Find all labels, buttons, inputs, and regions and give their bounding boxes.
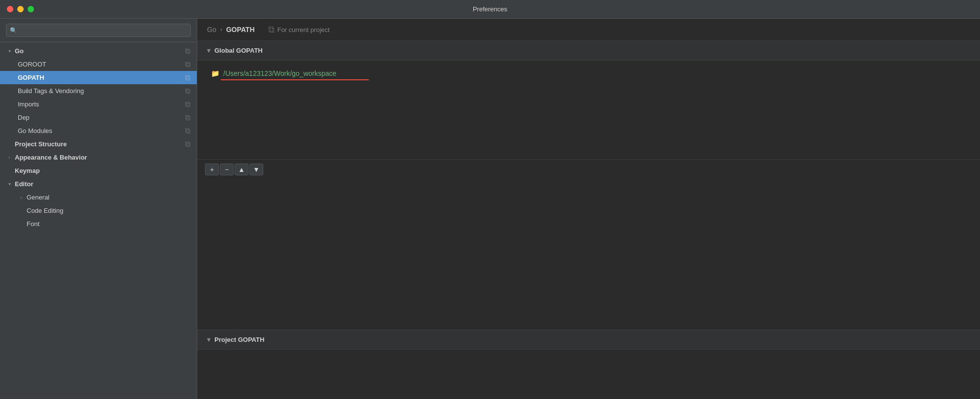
- window-controls: [7, 6, 34, 12]
- sidebar-item-code-editing[interactable]: › Code Editing: [0, 204, 197, 217]
- search-wrapper: 🔍: [6, 24, 191, 37]
- copy-icon: ⿻: [269, 26, 275, 33]
- chevron-right-icon: ›: [18, 194, 25, 201]
- copy-icon: ⿻: [185, 115, 191, 121]
- copy-icon: ⿻: [185, 101, 191, 107]
- move-up-button[interactable]: ▲: [235, 164, 248, 175]
- main-layout: 🔍 ▾ Go ⿻ GOROOT ⿻ GOPATH ⿻ B: [0, 19, 980, 399]
- error-underline: [221, 79, 369, 80]
- folder-icon: 📁: [211, 69, 219, 77]
- sidebar-item-label: GOPATH: [18, 74, 185, 81]
- sidebar: 🔍 ▾ Go ⿻ GOROOT ⿻ GOPATH ⿻ B: [0, 19, 197, 399]
- title-bar: Preferences: [0, 0, 980, 19]
- project-gopath-header: ▾ Project GOPATH: [197, 330, 980, 350]
- sidebar-item-goroot[interactable]: GOROOT ⿻: [0, 58, 197, 71]
- global-gopath-header: ▾ Global GOPATH: [197, 41, 980, 61]
- sidebar-item-dep[interactable]: Dep ⿻: [0, 111, 197, 124]
- copy-icon: ⿻: [185, 88, 191, 94]
- project-gopath-title: Project GOPATH: [214, 336, 264, 343]
- sidebar-item-label: Appearance & Behavior: [15, 154, 191, 161]
- sidebar-item-label: Go Modules: [18, 127, 185, 134]
- content-area: Go › GOPATH ⿻ For current project ▾ Glob…: [197, 19, 980, 399]
- add-button[interactable]: +: [205, 164, 219, 175]
- breadcrumb-parent: Go: [207, 26, 216, 33]
- minimize-button[interactable]: [17, 6, 24, 12]
- sidebar-item-label: GOROOT: [18, 61, 185, 68]
- sidebar-item-build-tags[interactable]: Build Tags & Vendoring ⿻: [0, 84, 197, 98]
- global-gopath-section: ▾ Global GOPATH 📁 /Users/a123123/Work/go…: [197, 41, 980, 330]
- sidebar-item-gopath[interactable]: GOPATH ⿻: [0, 71, 197, 84]
- maximize-button[interactable]: [28, 6, 34, 12]
- close-button[interactable]: [7, 6, 13, 12]
- search-bar: 🔍: [0, 19, 197, 42]
- breadcrumb-current: GOPATH: [226, 26, 255, 33]
- sidebar-nav: ▾ Go ⿻ GOROOT ⿻ GOPATH ⿻ Build Tags & Ve…: [0, 42, 197, 399]
- sidebar-item-go[interactable]: ▾ Go ⿻: [0, 44, 197, 58]
- sidebar-item-general[interactable]: › General: [0, 191, 197, 204]
- sidebar-item-label: Font: [27, 220, 191, 228]
- chevron-down-icon: ▾: [6, 181, 13, 188]
- chevron-down-icon: ▾: [207, 47, 210, 54]
- global-gopath-content: 📁 /Users/a123123/Work/go_workspace: [197, 61, 980, 159]
- toolbar: + − ▲ ▼: [197, 159, 980, 179]
- chevron-right-icon: ›: [6, 154, 13, 161]
- sidebar-item-label: Keymap: [15, 167, 191, 174]
- sidebar-item-keymap[interactable]: › Keymap: [0, 164, 197, 177]
- breadcrumb-separator: ›: [220, 26, 222, 33]
- sidebar-item-label: Imports: [18, 100, 185, 108]
- remove-button[interactable]: −: [220, 164, 234, 175]
- for-current-project-label: For current project: [278, 26, 330, 33]
- sidebar-item-editor[interactable]: ▾ Editor: [0, 177, 197, 191]
- sidebar-item-appearance-behavior[interactable]: › Appearance & Behavior: [0, 151, 197, 164]
- sidebar-item-font[interactable]: › Font: [0, 217, 197, 231]
- sidebar-item-label: Editor: [15, 180, 191, 188]
- breadcrumb: Go › GOPATH ⿻ For current project: [197, 19, 980, 41]
- for-current-project[interactable]: ⿻ For current project: [269, 26, 330, 33]
- sidebar-item-label: Build Tags & Vendoring: [18, 87, 185, 95]
- sidebar-item-label: Code Editing: [27, 207, 191, 214]
- chevron-down-icon: ▾: [6, 48, 13, 55]
- copy-icon: ⿻: [185, 48, 191, 54]
- sidebar-item-label: General: [27, 194, 191, 201]
- sidebar-item-label: Project Structure: [15, 140, 185, 148]
- search-icon: 🔍: [10, 27, 17, 34]
- sidebar-item-label: Go: [15, 47, 185, 55]
- sidebar-item-project-structure[interactable]: ▾ Project Structure ⿻: [0, 137, 197, 151]
- chevron-down-icon: ▾: [207, 336, 210, 343]
- copy-icon: ⿻: [185, 128, 191, 134]
- sidebar-item-label: Dep: [18, 114, 185, 121]
- project-gopath-section: ▾ Project GOPATH: [197, 330, 980, 399]
- gopath-path: /Users/a123123/Work/go_workspace: [223, 69, 336, 77]
- window-title: Preferences: [473, 5, 507, 13]
- copy-icon: ⿻: [185, 75, 191, 81]
- project-gopath-content: [197, 350, 980, 399]
- copy-icon: ⿻: [185, 62, 191, 67]
- sidebar-item-go-modules[interactable]: Go Modules ⿻: [0, 124, 197, 137]
- search-input[interactable]: [6, 24, 191, 37]
- move-down-button[interactable]: ▼: [249, 164, 263, 175]
- global-gopath-title: Global GOPATH: [214, 47, 263, 54]
- copy-icon: ⿻: [185, 141, 191, 147]
- gopath-entry: 📁 /Users/a123123/Work/go_workspace: [207, 66, 970, 80]
- sidebar-item-imports[interactable]: Imports ⿻: [0, 98, 197, 111]
